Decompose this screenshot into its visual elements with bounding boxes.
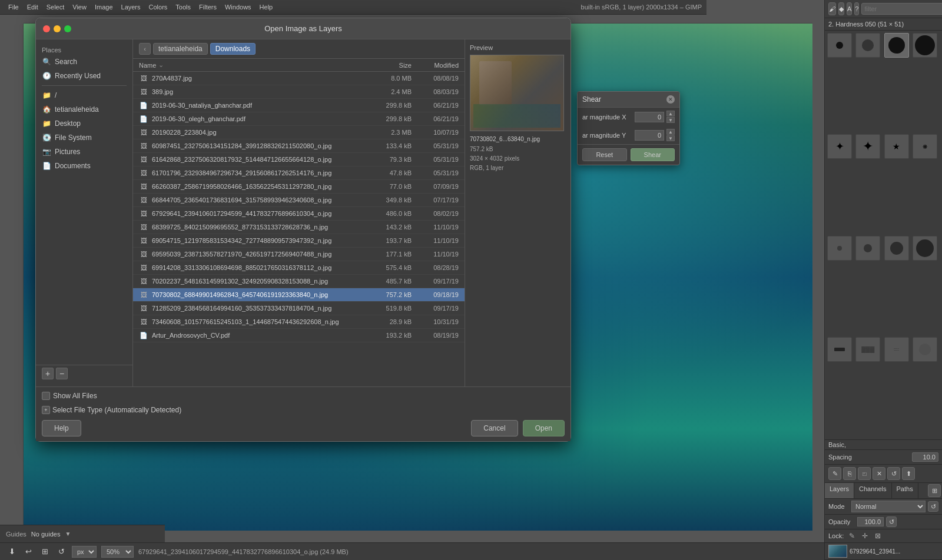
shear-y-up[interactable]: ▲ <box>666 129 675 135</box>
brush-cell[interactable] <box>913 337 937 362</box>
close-window-btn[interactable] <box>43 25 50 32</box>
transform-btn[interactable]: ⊞ <box>39 546 51 558</box>
brush-cell[interactable] <box>827 33 852 58</box>
nav-back-btn[interactable]: ‹ <box>139 43 151 55</box>
brush-cell[interactable] <box>855 33 880 58</box>
sidebar-item-filesystem[interactable]: 💽 File System <box>36 131 132 145</box>
menu-help[interactable]: Help <box>256 2 277 12</box>
tab-layers[interactable]: Layers <box>825 483 854 498</box>
brush-cell[interactable]: ❋ <box>913 134 937 159</box>
cancel-btn[interactable]: Cancel <box>471 420 518 436</box>
tab-channels[interactable]: Channels <box>854 483 891 498</box>
rotate-btn[interactable]: ↺ <box>55 546 67 558</box>
brush-cell[interactable] <box>827 236 852 261</box>
sidebar-item-pictures[interactable]: 📷 Pictures <box>36 145 132 159</box>
maximize-window-btn[interactable] <box>64 25 71 32</box>
brush-cell[interactable] <box>884 236 909 261</box>
brush-cell[interactable] <box>827 337 852 362</box>
configure-layers-btn[interactable]: ⊞ <box>928 484 941 497</box>
shear-apply-btn[interactable]: Shear <box>631 148 675 161</box>
mode-select[interactable]: Normal Multiply Screen <box>851 501 926 512</box>
edit-brush-btn[interactable]: ✎ <box>828 467 841 480</box>
shear-reset-btn[interactable]: Reset <box>582 148 627 161</box>
export-brush-btn[interactable]: ⬆ <box>902 467 915 480</box>
file-row[interactable]: 🖼 68399725_840215099695552_8773153133728… <box>133 221 465 234</box>
menu-view[interactable]: View <box>69 2 90 12</box>
file-row[interactable]: 🖼 73460608_1015776615245103_1_1446875474… <box>133 315 465 329</box>
tab-paths[interactable]: Paths <box>892 483 918 498</box>
file-row[interactable]: 🖼 71285209_2384568164994160_353537333437… <box>133 302 465 315</box>
file-row[interactable]: 🖼 66260387_2586719958026466_163562254531… <box>133 180 465 194</box>
breadcrumb-current[interactable]: Downloads <box>210 43 256 55</box>
open-btn[interactable]: Open <box>523 420 565 436</box>
opacity-input[interactable] <box>857 517 884 526</box>
spacing-input[interactable] <box>912 452 938 462</box>
menu-windows[interactable]: Windows <box>221 2 255 12</box>
remove-place-btn[interactable]: − <box>56 368 68 379</box>
layer-row[interactable]: 67929641_23941... <box>825 543 942 560</box>
shear-y-input[interactable] <box>635 130 664 141</box>
patterns-btn[interactable]: ? <box>854 2 859 15</box>
menu-colors[interactable]: Colors <box>145 2 171 12</box>
menu-file[interactable]: File <box>5 2 22 12</box>
sidebar-item-root[interactable]: 📁 / <box>36 88 132 102</box>
col-name-header[interactable]: Name ⌄ <box>139 61 364 69</box>
sidebar-item-home[interactable]: 🏠 tetianaleheida <box>36 102 132 116</box>
sidebar-item-desktop[interactable]: 📁 Desktop <box>36 116 132 131</box>
menu-layers[interactable]: Layers <box>118 2 144 12</box>
file-row[interactable]: 🖼 389.jpg 2.4 MB 08/03/19 <box>133 85 465 99</box>
brush-cell[interactable] <box>913 236 937 261</box>
refresh-brush-btn[interactable]: ↺ <box>887 467 900 480</box>
brush-cell[interactable]: ★ <box>884 134 909 159</box>
undo-btn[interactable]: ↩ <box>22 546 34 558</box>
sidebar-item-search[interactable]: 🔍 Search <box>36 55 132 69</box>
file-row[interactable]: 📄 2019-06-30_nataliya_ghanchar.pdf 299.8… <box>133 99 465 112</box>
brush-cell-selected[interactable] <box>884 33 909 58</box>
file-row[interactable]: 🖼 69914208_3313306108694698_885021765031… <box>133 261 465 275</box>
brush-cell[interactable] <box>855 236 880 261</box>
file-row[interactable]: 🖼 61642868_2327506320817932_514484712665… <box>133 153 465 166</box>
shear-close-btn[interactable]: ✕ <box>666 95 675 104</box>
expand-file-type-btn[interactable]: + Select File Type (Automatically Detect… <box>42 406 181 414</box>
menu-select[interactable]: Select <box>43 2 68 12</box>
unit-select[interactable]: px <box>72 546 97 558</box>
shear-y-down[interactable]: ▼ <box>666 135 675 141</box>
file-row[interactable]: 🖼 70202237_548163145991302_3249205908328… <box>133 275 465 288</box>
font-btn[interactable]: A <box>847 2 852 15</box>
file-row[interactable]: 🖼 66844705_2365401736831694_315758993946… <box>133 194 465 207</box>
file-row[interactable]: 🖼 69054715_1219785831534342_727748890957… <box>133 234 465 248</box>
lock-alpha-btn[interactable]: ⊠ <box>873 531 883 541</box>
show-all-files-option[interactable]: Show All Files <box>42 392 97 400</box>
brush-cell[interactable]: ✦ <box>827 134 852 159</box>
breadcrumb-parent[interactable]: tetianaleheida <box>153 43 208 55</box>
brush-cell[interactable]: :::: <box>884 337 909 362</box>
brush-cell[interactable]: ✦ <box>855 134 880 159</box>
delete-brush-btn[interactable]: ✕ <box>873 467 885 480</box>
mode-reset-btn[interactable]: ↺ <box>928 501 938 512</box>
add-place-btn[interactable]: + <box>42 368 54 379</box>
minimize-window-btn[interactable] <box>54 25 61 32</box>
file-row[interactable]: 📄 Artur_Androsovych_CV.pdf 193.2 kB 08/1… <box>133 329 465 342</box>
brush-filter-input[interactable] <box>861 3 942 15</box>
copy-brush-btn[interactable]: ⎘ <box>843 467 856 480</box>
zoom-select[interactable]: 50% <box>101 546 134 558</box>
file-row[interactable]: 🖼 67929641_2394106017294599_441783277689… <box>133 207 465 221</box>
sidebar-item-recently-used[interactable]: 🕐 Recently Used <box>36 69 132 83</box>
opacity-reset-btn[interactable]: ↺ <box>886 516 897 527</box>
file-row[interactable]: 🖼 69595039_2387135578271970_426519717256… <box>133 248 465 261</box>
lock-position-btn[interactable]: ✛ <box>860 531 870 541</box>
shear-x-input[interactable] <box>635 112 664 122</box>
guides-dropdown[interactable]: ▼ <box>65 531 71 537</box>
sidebar-item-documents[interactable]: 📄 Documents <box>36 159 132 173</box>
file-row[interactable]: 🖼 270A4837.jpg 8.0 MB 08/08/19 <box>133 72 465 85</box>
menu-filters[interactable]: Filters <box>195 2 220 12</box>
file-row-selected[interactable]: 🖼 70730802_688499014962843_6457406191923… <box>133 288 465 302</box>
menu-tools[interactable]: Tools <box>172 2 194 12</box>
menu-edit[interactable]: Edit <box>24 2 42 12</box>
file-row[interactable]: 📄 2019-06-30_olegh_ghanchar.pdf 299.8 kB… <box>133 112 465 126</box>
save-btn[interactable]: ⬇ <box>6 546 18 558</box>
file-row[interactable]: 🖼 61701796_2329384967296734_291560861726… <box>133 166 465 180</box>
shear-x-down[interactable]: ▼ <box>666 117 675 123</box>
brush-cell[interactable]: ▓▓▓ <box>855 337 880 362</box>
help-btn[interactable]: Help <box>42 420 81 436</box>
